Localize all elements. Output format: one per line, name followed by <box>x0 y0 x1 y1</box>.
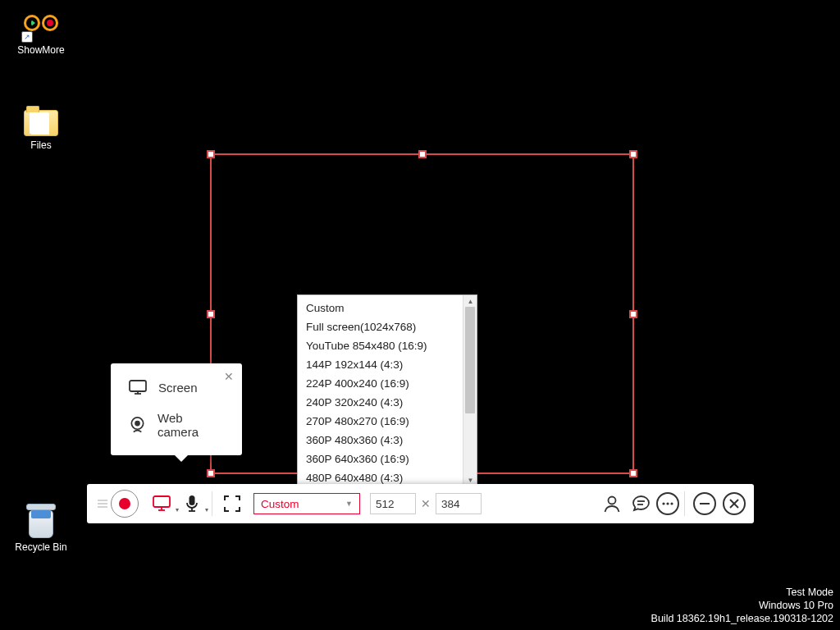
dots-icon <box>662 502 673 505</box>
showmore-icon: ↗ <box>23 5 59 41</box>
resolution-option[interactable]: 270P 480x270 (16:9) <box>298 412 463 431</box>
resolution-select-value: Custom <box>261 498 299 510</box>
resolution-option[interactable]: 240P 320x240 (4:3) <box>298 393 463 412</box>
chevron-down-icon: ▾ <box>205 506 208 514</box>
chat-icon <box>632 495 651 513</box>
recycle-bin-icon <box>26 504 56 538</box>
video-source-popup: ✕ Screen Web camera <box>111 363 242 455</box>
dropdown-scrollbar[interactable]: ▲ ▼ <box>463 295 477 486</box>
source-option-label: Screen <box>158 381 198 395</box>
record-icon <box>111 490 139 518</box>
svg-point-4 <box>135 421 140 427</box>
height-input[interactable] <box>436 493 482 514</box>
resolution-option[interactable]: 144P 192x144 (4:3) <box>298 355 463 374</box>
desktop-icon-recycle-bin[interactable]: Recycle Bin <box>10 504 72 553</box>
desktop-icon-label: ShowMore <box>10 44 72 56</box>
resolution-option[interactable]: YouTube 854x480 (16:9) <box>298 336 463 355</box>
source-option-screen[interactable]: Screen <box>111 372 242 403</box>
resize-handle-n[interactable] <box>418 150 427 158</box>
feedback-button[interactable] <box>627 489 656 518</box>
svg-rect-8 <box>153 496 170 507</box>
watermark-line: Windows 10 Pro <box>651 599 833 612</box>
shortcut-arrow-icon: ↗ <box>21 31 33 43</box>
scrollbar-up-arrow-icon[interactable]: ▲ <box>463 295 477 307</box>
resolution-option[interactable]: Custom <box>298 299 463 317</box>
folder-icon <box>24 110 58 136</box>
toolbar-separator <box>684 491 685 516</box>
menu-button[interactable] <box>95 489 110 518</box>
resolution-dropdown-list: Custom Full screen(840x630) YouTube 854… <box>297 294 477 486</box>
svg-point-19 <box>670 502 673 504</box>
desktop-icon-label: Files <box>10 139 72 151</box>
desktop-icon-files[interactable]: Files <box>10 105 72 151</box>
account-button[interactable] <box>597 489 627 518</box>
close-icon[interactable]: ✕ <box>224 370 234 383</box>
scrollbar-thumb[interactable] <box>465 307 475 413</box>
monitor-icon <box>153 495 172 512</box>
user-icon <box>603 495 621 513</box>
width-input[interactable] <box>370 493 416 514</box>
resolution-option[interactable]: 360P 640x360 (16:9) <box>298 450 463 468</box>
resolution-option[interactable]: 360P 480x360 (4:3) <box>298 431 463 450</box>
desktop-icon-label: Recycle Bin <box>10 541 72 553</box>
svg-point-18 <box>666 502 669 504</box>
resize-handle-w[interactable] <box>207 310 215 318</box>
svg-point-14 <box>609 497 616 504</box>
watermark-line: Build 18362.19h1_release.190318-1202 <box>651 612 833 625</box>
audio-source-button[interactable]: ▾ <box>177 489 207 518</box>
monitor-icon <box>129 380 147 395</box>
minimize-icon <box>700 503 710 504</box>
close-button[interactable] <box>723 492 746 515</box>
webcam-icon <box>129 416 146 434</box>
dimension-separator-icon: ✕ <box>421 497 431 510</box>
resolution-option[interactable]: 224P 400x240 (16:9) <box>298 374 463 393</box>
chevron-down-icon: ▼ <box>345 500 353 508</box>
video-source-button[interactable]: ▾ <box>148 489 177 518</box>
resize-handle-ne[interactable] <box>629 150 637 158</box>
watermark-line: Test Mode <box>651 586 833 599</box>
resize-handle-nw[interactable] <box>207 150 215 158</box>
svg-rect-11 <box>189 495 195 505</box>
fullscreen-button[interactable] <box>217 489 247 518</box>
close-icon <box>729 499 739 509</box>
source-option-label: Web camera <box>158 411 224 439</box>
resize-handle-se[interactable] <box>629 469 637 477</box>
svg-rect-0 <box>130 381 146 391</box>
fullscreen-icon <box>224 495 240 512</box>
hamburger-icon <box>98 500 107 508</box>
recorder-toolbar: ▾ ▾ Custom ▼ ✕ <box>87 484 754 523</box>
toolbar-separator <box>212 491 212 516</box>
resize-handle-sw[interactable] <box>207 469 215 477</box>
more-options-button[interactable] <box>656 492 679 515</box>
resolution-option[interactable]: Full screen(840x630) <box>298 317 463 336</box>
source-option-webcam[interactable]: Web camera <box>111 403 242 447</box>
resize-handle-e[interactable] <box>629 310 637 318</box>
windows-watermark: Test Mode Windows 10 Pro Build 18362.19h… <box>651 586 833 625</box>
microphone-icon <box>185 495 199 513</box>
desktop-icon-showmore[interactable]: ↗ ShowMore <box>10 5 72 56</box>
record-button[interactable] <box>110 489 139 518</box>
minimize-button[interactable] <box>693 492 716 515</box>
svg-point-17 <box>662 502 664 504</box>
resolution-select[interactable]: Custom ▼ <box>253 493 360 514</box>
